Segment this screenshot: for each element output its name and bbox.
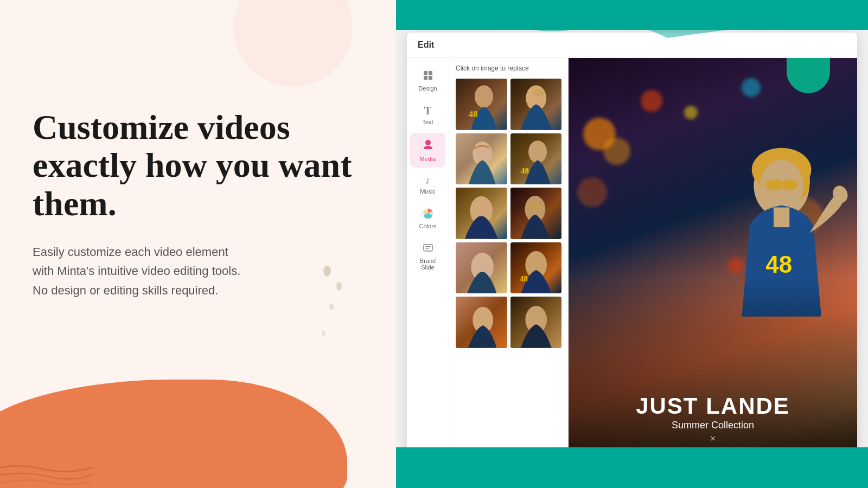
svg-point-35: [473, 253, 492, 272]
image-thumb-7[interactable]: [456, 242, 507, 294]
svg-point-26: [472, 198, 490, 216]
brand-slide-icon: [423, 242, 433, 256]
decorative-dot-4: [322, 331, 326, 336]
text-icon: T: [424, 105, 431, 117]
image-grid: 48: [456, 79, 561, 348]
edit-panel: Edit Design T Text: [407, 33, 857, 455]
image-thumb-9[interactable]: [456, 297, 507, 348]
image-thumb-3[interactable]: [456, 133, 507, 185]
decorative-blob-bottom: [0, 380, 347, 488]
sidebar-item-design-label: Design: [418, 85, 437, 92]
sidebar-item-brand-slide[interactable]: Brand Slide: [410, 237, 445, 276]
sidebar-item-brand-slide-label: Brand Slide: [414, 258, 441, 271]
image-library: Click on image to replace 48: [449, 58, 569, 455]
library-header-text: Click on image to replace: [456, 65, 561, 72]
video-preview: 48: [569, 58, 857, 455]
sidebar-item-text-label: Text: [422, 119, 433, 125]
thumb-person-8-icon: 48: [510, 242, 562, 294]
image-thumb-2[interactable]: [510, 79, 562, 130]
thumb-person-10-icon: [510, 297, 562, 348]
svg-rect-3: [429, 76, 432, 80]
svg-rect-2: [424, 76, 427, 80]
svg-rect-6: [424, 245, 432, 251]
panel-title: Edit: [418, 40, 434, 49]
svg-rect-7: [425, 246, 431, 247]
image-thumb-5[interactable]: [456, 188, 507, 239]
preview-title: JUST LANDE: [582, 395, 844, 418]
svg-point-4: [425, 140, 431, 145]
sidebar-item-text[interactable]: T Text: [410, 99, 445, 131]
svg-point-38: [527, 252, 545, 269]
preview-panel: 48: [569, 58, 857, 455]
svg-point-22: [529, 142, 545, 157]
decorative-dot-3: [329, 304, 334, 310]
sidebar-item-music[interactable]: ♪ Music: [410, 170, 445, 200]
teal-top-curve-icon: [396, 11, 868, 41]
preview-overlay: JUST LANDE Summer Collection ×: [569, 277, 857, 455]
teal-top-bar: [396, 0, 868, 30]
right-section: Edit Design T Text: [396, 0, 868, 488]
svg-point-11: [476, 87, 492, 102]
bokeh-3: [603, 138, 630, 165]
sidebar: Design T Text Media: [407, 58, 449, 455]
design-icon: [423, 70, 433, 84]
sidebar-item-colors-label: Colors: [419, 223, 437, 229]
left-content: Customize videos exactly how you want th…: [33, 108, 363, 300]
sidebar-item-design[interactable]: Design: [410, 65, 445, 97]
svg-point-29: [526, 197, 544, 215]
sidebar-item-media[interactable]: Media: [410, 133, 445, 168]
svg-text:48: 48: [520, 274, 528, 282]
thumb-person-9-icon: [456, 297, 507, 348]
main-content-area: Click on image to replace 48: [449, 58, 857, 455]
subtext-line2: with Minta's intuitive video editing too…: [33, 264, 240, 278]
svg-point-42: [474, 307, 492, 325]
svg-rect-1: [429, 71, 432, 75]
svg-point-50: [781, 179, 799, 190]
thumb-person-1-icon: 48: [456, 79, 507, 130]
svg-rect-8: [425, 248, 429, 249]
svg-text:48: 48: [766, 251, 793, 278]
thumb-person-2-icon: [510, 79, 562, 130]
image-thumb-8[interactable]: 48: [510, 242, 562, 294]
sidebar-item-media-label: Media: [420, 156, 436, 162]
bokeh-5: [577, 177, 607, 207]
sidebar-item-music-label: Music: [420, 188, 436, 195]
thumb-person-4-icon: 48: [510, 133, 562, 185]
sub-text: Easily customize each video element with…: [33, 242, 363, 300]
thumb-person-7-icon: [456, 242, 507, 294]
svg-text:48: 48: [520, 166, 529, 175]
svg-rect-0: [424, 71, 427, 75]
decorative-blob-top: [233, 0, 353, 87]
left-section: Customize videos exactly how you want th…: [0, 0, 396, 488]
image-thumb-1[interactable]: 48: [456, 79, 507, 130]
subtext-line1: Easily customize each video element: [33, 245, 228, 259]
image-thumb-10[interactable]: [510, 297, 562, 348]
teal-bottom-bar: [396, 447, 868, 488]
main-headline: Customize videos exactly how you want th…: [33, 108, 363, 223]
thumb-person-3-icon: [456, 133, 507, 185]
thumb-person-6-icon: [510, 188, 562, 239]
thumb-person-5-icon: [456, 188, 507, 239]
svg-point-49: [766, 179, 783, 190]
image-thumb-6[interactable]: [510, 188, 562, 239]
svg-point-45: [527, 307, 545, 324]
preview-subtitle: Summer Collection: [582, 420, 844, 431]
panel-body: Design T Text Media: [407, 58, 857, 455]
bokeh-6: [684, 106, 698, 119]
colors-icon: [423, 208, 433, 221]
image-thumb-4[interactable]: 48: [510, 133, 562, 185]
preview-close[interactable]: ×: [582, 433, 844, 445]
music-icon: ♪: [425, 175, 430, 187]
svg-rect-54: [774, 208, 789, 228]
svg-text:48: 48: [469, 109, 478, 119]
sidebar-item-colors[interactable]: Colors: [410, 202, 445, 235]
sketch-lines-icon: [0, 458, 103, 488]
preview-text-container: JUST LANDE Summer Collection ×: [582, 395, 844, 445]
svg-point-16: [533, 89, 545, 97]
media-icon: [422, 138, 435, 154]
bokeh-2: [641, 90, 662, 112]
subtext-line3: No design or editing skills required.: [33, 284, 218, 297]
